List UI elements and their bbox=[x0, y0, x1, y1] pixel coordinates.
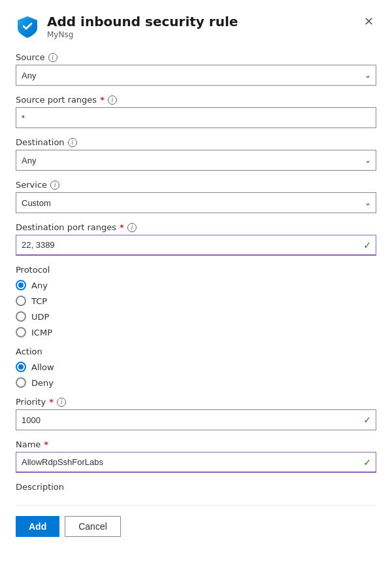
destination-label: Destination i bbox=[16, 137, 376, 147]
service-label: Service i bbox=[16, 180, 376, 190]
destination-info-icon[interactable]: i bbox=[68, 138, 77, 147]
dest-port-info-icon[interactable]: i bbox=[127, 223, 137, 232]
protocol-any-radio[interactable] bbox=[16, 280, 26, 290]
dest-port-required: * bbox=[120, 222, 124, 232]
protocol-icmp-radio[interactable] bbox=[16, 327, 26, 337]
protocol-udp-item[interactable]: UDP bbox=[16, 311, 376, 322]
name-input[interactable] bbox=[16, 452, 376, 473]
shield-icon bbox=[16, 14, 39, 38]
action-allow-item[interactable]: Allow bbox=[16, 362, 376, 372]
source-port-section: Source port ranges * i bbox=[16, 95, 376, 128]
source-port-label: Source port ranges * i bbox=[16, 95, 376, 105]
priority-label: Priority * i bbox=[16, 397, 376, 407]
protocol-udp-label: UDP bbox=[31, 312, 49, 322]
action-label: Action bbox=[16, 347, 376, 356]
header-text: Add inbound security rule MyNsg bbox=[47, 13, 238, 39]
source-select[interactable]: Any IP Addresses Service Tag My IP addre… bbox=[16, 65, 376, 86]
name-section: Name * ✓ bbox=[16, 439, 376, 473]
dest-port-input[interactable] bbox=[16, 235, 376, 256]
description-section: Description bbox=[16, 482, 376, 492]
action-deny-radio[interactable] bbox=[16, 377, 26, 388]
footer: Add Cancel bbox=[16, 505, 376, 537]
source-port-info-icon[interactable]: i bbox=[108, 95, 117, 105]
protocol-icmp-item[interactable]: ICMP bbox=[16, 327, 376, 337]
source-info-icon[interactable]: i bbox=[48, 53, 57, 62]
source-select-wrapper: Any IP Addresses Service Tag My IP addre… bbox=[16, 65, 376, 86]
panel-header: Add inbound security rule MyNsg ✕ bbox=[16, 13, 376, 39]
protocol-tcp-radio[interactable] bbox=[16, 296, 26, 306]
source-port-input-wrapper bbox=[16, 107, 376, 128]
source-section: Source i Any IP Addresses Service Tag My… bbox=[16, 52, 376, 86]
dest-port-label: Destination port ranges * i bbox=[16, 222, 376, 232]
priority-info-icon[interactable]: i bbox=[57, 398, 66, 407]
protocol-tcp-label: TCP bbox=[31, 296, 47, 306]
protocol-any-item[interactable]: Any bbox=[16, 280, 376, 290]
service-info-icon[interactable]: i bbox=[50, 180, 59, 190]
protocol-tcp-item[interactable]: TCP bbox=[16, 296, 376, 306]
description-label: Description bbox=[16, 482, 376, 492]
source-label: Source i bbox=[16, 52, 376, 62]
protocol-section: Protocol Any TCP UDP ICMP bbox=[16, 265, 376, 337]
action-deny-item[interactable]: Deny bbox=[16, 377, 376, 388]
service-section: Service i Custom SSH RDP HTTP HTTPS ⌄ bbox=[16, 180, 376, 213]
panel-title: Add inbound security rule bbox=[47, 13, 238, 30]
protocol-icmp-label: ICMP bbox=[31, 328, 52, 337]
source-port-required: * bbox=[100, 95, 105, 105]
priority-input-wrapper: ✓ bbox=[16, 409, 376, 430]
destination-section: Destination i Any IP Addresses Service T… bbox=[16, 137, 376, 171]
add-button[interactable]: Add bbox=[16, 516, 59, 537]
priority-section: Priority * i ✓ bbox=[16, 397, 376, 430]
name-required: * bbox=[44, 439, 48, 449]
destination-select-wrapper: Any IP Addresses Service Tag Virtual net… bbox=[16, 150, 376, 171]
dest-port-input-wrapper: ✓ bbox=[16, 235, 376, 256]
panel: Add inbound security rule MyNsg ✕ Source… bbox=[0, 0, 392, 567]
protocol-radio-group: Any TCP UDP ICMP bbox=[16, 280, 376, 337]
cancel-button[interactable]: Cancel bbox=[65, 516, 121, 537]
name-input-wrapper: ✓ bbox=[16, 452, 376, 473]
protocol-any-label: Any bbox=[31, 281, 48, 290]
panel-subtitle: MyNsg bbox=[47, 30, 238, 39]
action-deny-label: Deny bbox=[31, 378, 54, 388]
action-allow-label: Allow bbox=[31, 362, 54, 372]
action-allow-radio[interactable] bbox=[16, 362, 26, 372]
protocol-udp-radio[interactable] bbox=[16, 311, 26, 322]
protocol-label: Protocol bbox=[16, 265, 376, 275]
action-radio-group: Allow Deny bbox=[16, 362, 376, 388]
destination-select[interactable]: Any IP Addresses Service Tag Virtual net… bbox=[16, 150, 376, 171]
dest-port-section: Destination port ranges * i ✓ bbox=[16, 222, 376, 256]
priority-required: * bbox=[49, 397, 54, 407]
service-select[interactable]: Custom SSH RDP HTTP HTTPS bbox=[16, 192, 376, 213]
priority-input[interactable] bbox=[16, 409, 376, 430]
source-port-input[interactable] bbox=[16, 107, 376, 128]
header-left: Add inbound security rule MyNsg bbox=[16, 13, 238, 39]
close-button[interactable]: ✕ bbox=[361, 13, 376, 30]
action-section: Action Allow Deny bbox=[16, 347, 376, 388]
name-label: Name * bbox=[16, 439, 376, 449]
service-select-wrapper: Custom SSH RDP HTTP HTTPS ⌄ bbox=[16, 192, 376, 213]
